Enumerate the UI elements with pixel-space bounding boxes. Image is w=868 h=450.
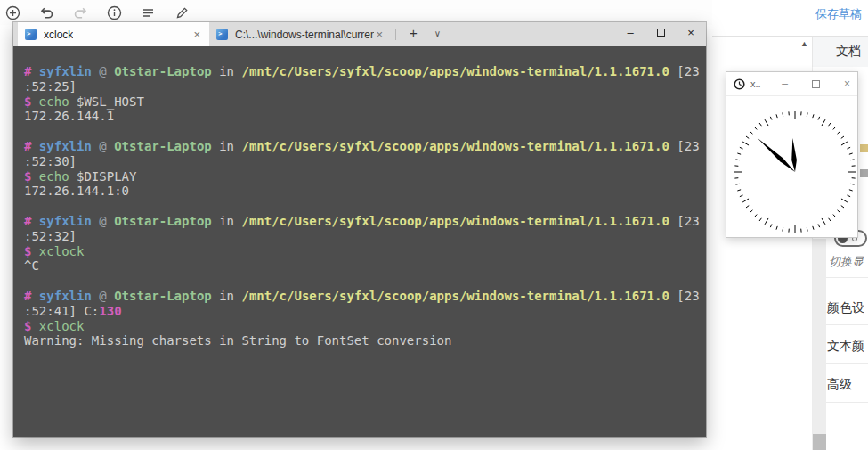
maximize-icon [657,29,665,37]
terminal-line [24,274,706,289]
clipped-sidebar-content [860,144,868,152]
terminal-line: $ xclock [24,244,706,259]
minimize-button[interactable]: – [615,22,645,46]
window-controls: – × [615,22,706,46]
sidebar-item-text-color[interactable]: 文本颜 [827,339,868,355]
sidebar-section-doc[interactable]: 文档 [812,37,868,67]
terminal-line: # syfxlin @ Otstar-Laptop in /mnt/c/User… [24,289,706,304]
terminal-line: $ xclock [24,319,706,334]
doc-tab-label: 文档 [836,44,861,60]
terminal-line [24,199,706,214]
terminal-output[interactable]: # syfxlin @ Otstar-Laptop in /mnt/c/User… [13,46,706,437]
terminal-prompt-icon: >_ [216,29,228,40]
desktop: 保存草稿 ▲ 文档 切换显 颜色设 文本颜 高级 >_ xclock × >_ … [0,0,868,450]
minute-hand [758,138,795,172]
tab-separator [395,29,396,40]
clock-face [726,96,857,237]
xclock-close-button[interactable]: × [844,78,850,91]
edit-pencil-icon[interactable] [174,5,190,20]
xclock-title: x.. [750,78,761,89]
tab-dropdown-chevron-icon[interactable]: ∨ [426,22,450,46]
terminal-line: $ echo $WSL_HOST [24,94,706,110]
terminal-line: :52:25] [24,79,706,94]
terminal-line: :52:41] C:130 [24,304,706,319]
sidebar-divider [826,402,868,403]
close-button[interactable]: × [676,22,706,46]
terminal-line: 172.26.144.1:0 [24,184,706,199]
sidebar-divider [826,277,868,278]
windows-terminal-window: >_ xclock × >_ C:\...\windows-terminal\c… [13,22,706,437]
terminal-tab-bar: >_ xclock × >_ C:\...\windows-terminal\c… [13,22,706,46]
sidebar-item-color-settings[interactable]: 颜色设 [827,300,868,316]
tab-close-icon[interactable]: × [191,28,202,41]
xclock-maximize-button[interactable] [812,78,820,91]
terminal-line: Warning: Missing charsets in String to F… [24,333,706,348]
terminal-line: # syfxlin @ Otstar-Laptop in /mnt/c/User… [24,139,706,154]
sidebar-item-advanced[interactable]: 高级 [827,377,868,393]
add-circle-icon[interactable] [5,5,20,20]
tab-close-icon[interactable]: × [374,28,385,41]
terminal-prompt-icon: >_ [25,29,37,40]
xclock-window: x.. – × [726,71,858,238]
collapse-triangle-icon[interactable]: ▲ [800,39,808,48]
maximize-icon [812,80,820,88]
page-scrollbar-track[interactable] [813,239,826,450]
xclock-minimize-button[interactable]: – [782,78,788,91]
tab-xclock[interactable]: >_ xclock × [18,22,209,46]
clock-icon [734,78,745,90]
terminal-line: # syfxlin @ Otstar-Laptop in /mnt/c/User… [24,214,706,229]
tab-windows-terminal-current[interactable]: >_ C:\...\windows-terminal\current × [209,22,392,46]
sidebar-divider [826,324,868,325]
info-icon[interactable] [107,5,122,20]
terminal-line: 172.26.144.1 [24,109,706,124]
list-icon[interactable] [141,5,156,20]
clipped-sidebar-content [860,169,868,177]
hour-hand [791,138,797,172]
terminal-line: # syfxlin @ Otstar-Laptop in /mnt/c/User… [24,64,706,79]
new-tab-button[interactable]: + [402,22,426,46]
editor-toolbar [0,0,712,25]
xclock-titlebar[interactable]: x.. – × [726,72,857,96]
tab-label: C:\...\windows-terminal\current [235,29,374,41]
maximize-button[interactable] [645,22,676,46]
tab-label: xclock [44,29,73,41]
terminal-line [24,124,706,139]
terminal-line: ^C [24,258,706,274]
terminal-line: $ echo $DISPLAY [24,169,706,184]
terminal-line: :52:30] [24,154,706,169]
undo-icon[interactable] [39,5,54,20]
page-scrollbar-thumb[interactable] [813,434,826,450]
terminal-line: :52:32] [24,229,706,244]
sidebar-divider [826,363,868,364]
sidebar-item-toggle-display: 切换显 [829,254,864,270]
redo-icon[interactable] [73,5,88,20]
save-draft-link[interactable]: 保存草稿 [815,6,862,22]
